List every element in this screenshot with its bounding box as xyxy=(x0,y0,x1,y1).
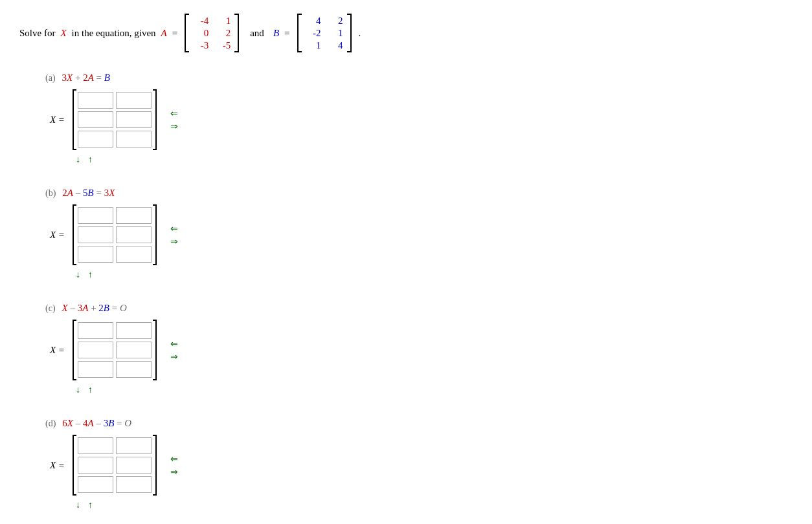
part-a-matrix-wrap xyxy=(71,89,158,151)
bracket-left-b-ans xyxy=(71,204,78,266)
eq-d-X: X xyxy=(67,418,73,428)
part-b-arrow-up[interactable]: ↑ xyxy=(86,268,95,280)
c-r3c2[interactable] xyxy=(116,361,152,378)
a-r3c2[interactable] xyxy=(116,131,152,147)
eq-c-eq: = xyxy=(112,303,120,313)
part-a-arrow-left[interactable]: ⇐ xyxy=(168,108,180,118)
eq-d-minus1: – xyxy=(76,418,83,428)
b-r2c1[interactable] xyxy=(78,226,113,243)
part-d-arrow-up[interactable]: ↑ xyxy=(86,499,95,510)
d-r2c2[interactable] xyxy=(116,457,152,474)
b-r3c2[interactable] xyxy=(116,246,152,263)
eq-b-A: A xyxy=(67,188,73,198)
eq-c-minus1: – xyxy=(70,303,77,313)
d-r3c2[interactable] xyxy=(116,476,152,493)
part-d-label: (d) 6X – 4A – 3B = O xyxy=(45,418,793,429)
bracket-left-d-ans xyxy=(71,434,78,496)
eq-a-X: X xyxy=(67,72,73,83)
part-d-equation: 6X – 4A – 3B = O xyxy=(62,418,131,429)
part-c-bottom-arrows: ↓ ↑ xyxy=(70,384,793,395)
a22: 2 xyxy=(215,28,231,39)
eq-b-minus: – xyxy=(76,188,83,198)
part-a-answer: X = ⇐ ⇒ xyxy=(45,89,793,151)
bracket-left-a-ans xyxy=(71,89,78,151)
part-d-arrow-left[interactable]: ⇐ xyxy=(168,453,180,464)
a11: -4 xyxy=(193,16,209,27)
a32: -5 xyxy=(215,40,231,51)
eq-d-eq: = xyxy=(117,418,124,428)
bracket-right-d-ans xyxy=(152,434,158,496)
d-r2c1[interactable] xyxy=(78,457,113,474)
a-r1c2[interactable] xyxy=(116,92,152,109)
b-r3c1[interactable] xyxy=(78,246,113,263)
matrix-a: -4 1 0 2 -3 -5 xyxy=(183,13,241,53)
part-b-matrix-wrap xyxy=(71,204,158,266)
variable-b: B xyxy=(273,28,279,39)
part-b-label: (b) 2A – 5B = 3X xyxy=(45,188,793,199)
part-d: (d) 6X – 4A – 3B = O X = xyxy=(45,418,793,510)
d-r1c1[interactable] xyxy=(78,437,113,454)
part-a: (a) 3X + 2A = B X = xyxy=(45,72,793,165)
part-b-arrow-right[interactable]: ⇒ xyxy=(168,236,180,246)
part-c-arrow-right[interactable]: ⇒ xyxy=(168,351,180,362)
a-r2c2[interactable] xyxy=(116,111,152,128)
eq-d-4: 4 xyxy=(83,418,88,428)
eq-a-B: B xyxy=(104,72,110,83)
part-c-equation: X – 3A + 2B = O xyxy=(62,303,127,314)
eq-a-A: A xyxy=(88,72,94,83)
part-b-arrow-left[interactable]: ⇐ xyxy=(168,223,180,234)
part-d-letter: (d) xyxy=(45,419,56,429)
part-d-arrow-down[interactable]: ↓ xyxy=(74,499,82,510)
eq-c-O: O xyxy=(120,303,127,313)
c-r3c1[interactable] xyxy=(78,361,113,378)
eq-d-B: B xyxy=(108,418,114,428)
part-a-input-grid xyxy=(78,92,152,147)
bracket-right-a xyxy=(233,13,241,53)
eq-c-2: 2 xyxy=(98,303,104,313)
eq-d-A: A xyxy=(88,418,94,428)
eq-a-3: 3 xyxy=(62,72,67,83)
part-a-bottom-arrows: ↓ ↑ xyxy=(70,153,793,165)
equals-sign: = xyxy=(172,28,177,39)
b-r1c2[interactable] xyxy=(116,207,152,224)
part-a-arrow-up[interactable]: ↑ xyxy=(86,153,95,165)
problem-statement: Solve for X in the equation, given A = -… xyxy=(19,13,793,53)
part-c-arrow-down[interactable]: ↓ xyxy=(74,384,82,395)
part-b-arrow-down[interactable]: ↓ xyxy=(74,268,82,280)
eq-b-X: X xyxy=(109,188,115,198)
part-c-arrow-up[interactable]: ↑ xyxy=(86,384,95,395)
bracket-right-b-ans xyxy=(152,204,158,266)
and-text: and xyxy=(250,28,264,39)
d-r1c2[interactable] xyxy=(116,437,152,454)
eq-c-A: A xyxy=(82,303,88,313)
d-r3c1[interactable] xyxy=(78,476,113,493)
c-r2c1[interactable] xyxy=(78,342,113,358)
part-a-arrow-right[interactable]: ⇒ xyxy=(168,121,180,131)
c-r2c2[interactable] xyxy=(116,342,152,358)
b-r1c1[interactable] xyxy=(78,207,113,224)
part-c-arrow-left[interactable]: ⇐ xyxy=(168,338,180,349)
b32: 4 xyxy=(328,40,343,51)
part-a-x-label: X = xyxy=(45,115,65,126)
bracket-left-a xyxy=(183,13,190,53)
part-c-side-arrows: ⇐ ⇒ xyxy=(168,338,180,362)
part-c: (c) X – 3A + 2B = O X = xyxy=(45,303,793,395)
part-a-equation: 3X + 2A = B xyxy=(62,72,110,83)
part-a-side-arrows: ⇐ ⇒ xyxy=(168,108,180,131)
a12: 1 xyxy=(215,16,231,27)
part-a-arrow-down[interactable]: ↓ xyxy=(74,153,82,165)
part-c-letter: (c) xyxy=(45,303,56,314)
part-b: (b) 2A – 5B = 3X X = xyxy=(45,188,793,280)
a-r2c1[interactable] xyxy=(78,111,113,128)
b-r2c2[interactable] xyxy=(116,226,152,243)
a-r3c1[interactable] xyxy=(78,131,113,147)
c-r1c2[interactable] xyxy=(116,322,152,339)
bracket-right-c-ans xyxy=(152,319,158,381)
eq-d-6: 6 xyxy=(62,418,67,428)
variable-x: X xyxy=(60,28,66,39)
eq-c-X: X xyxy=(62,303,68,313)
a-r1c1[interactable] xyxy=(78,92,113,109)
bracket-left-c-ans xyxy=(71,319,78,381)
c-r1c1[interactable] xyxy=(78,322,113,339)
part-d-arrow-right[interactable]: ⇒ xyxy=(168,466,180,477)
